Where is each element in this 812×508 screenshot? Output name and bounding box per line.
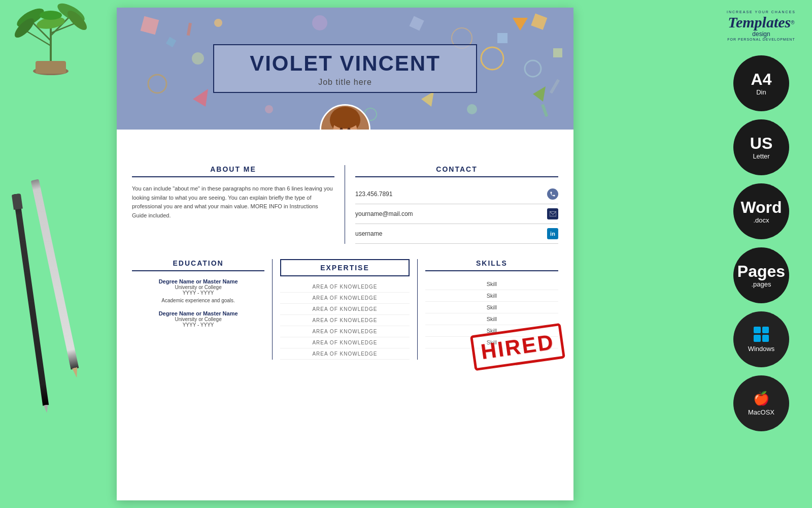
svg-rect-14 bbox=[531, 14, 547, 30]
expertise-item-4: AREA OF KNOWLEDGE bbox=[280, 315, 410, 326]
expertise-title: EXPERTISE bbox=[320, 264, 369, 272]
a4-label: A4 bbox=[751, 71, 772, 87]
svg-marker-18 bbox=[513, 18, 528, 30]
expertise-item-1: AREA OF KNOWLEDGE bbox=[280, 281, 410, 293]
word-sub: .docx bbox=[753, 216, 769, 224]
svg-marker-33 bbox=[421, 91, 434, 107]
skills-title: SKILLS bbox=[425, 259, 558, 271]
brand-design: design bbox=[727, 30, 796, 38]
format-badge-us[interactable]: US Letter bbox=[733, 119, 789, 175]
expertise-box: EXPERTISE bbox=[280, 259, 410, 276]
expertise-item-5: AREA OF KNOWLEDGE bbox=[280, 326, 410, 337]
bottom-section: EDUCATION Degree Name or Master Name Uni… bbox=[132, 259, 558, 360]
school-2: University or College bbox=[132, 316, 264, 322]
svg-rect-29 bbox=[550, 79, 560, 94]
svg-point-23 bbox=[148, 75, 166, 93]
expertise-section: EXPERTISE AREA OF KNOWLEDGE AREA OF KNOW… bbox=[273, 259, 418, 360]
job-title: Job title here bbox=[240, 78, 451, 87]
svg-point-28 bbox=[265, 105, 273, 113]
name-box: VIOLET VINCENT Job title here bbox=[213, 44, 477, 93]
degree-2: Degree Name or Master Name bbox=[132, 310, 264, 316]
resume-body: ABOUT ME You can include "about me" in t… bbox=[117, 130, 573, 370]
about-text: You can include "about me" in these para… bbox=[132, 184, 334, 220]
right-sidebar: INCREASE YOUR CHANCES Templates® design … bbox=[710, 0, 812, 508]
education-section: EDUCATION Degree Name or Master Name Uni… bbox=[132, 259, 273, 360]
brand-trademark: ® bbox=[791, 20, 794, 25]
svg-point-21 bbox=[481, 47, 503, 70]
linkedin-item: username in bbox=[355, 224, 558, 244]
svg-point-12 bbox=[40, 11, 62, 20]
brand-sub: FOR PERSONAL DEVELOPMENT bbox=[727, 38, 796, 41]
svg-rect-15 bbox=[497, 33, 507, 43]
about-section: ABOUT ME You can include "about me" in t… bbox=[132, 165, 345, 244]
skill-4: Skill bbox=[425, 313, 558, 325]
svg-rect-32 bbox=[409, 16, 424, 30]
about-title: ABOUT ME bbox=[132, 165, 334, 177]
expertise-item-7: AREA OF KNOWLEDGE bbox=[280, 348, 410, 360]
svg-point-34 bbox=[312, 15, 327, 30]
us-sub: Letter bbox=[753, 152, 769, 160]
resume-header: VIOLET VINCENT Job title here bbox=[117, 8, 573, 130]
svg-rect-13 bbox=[141, 16, 159, 35]
word-label: Word bbox=[740, 199, 782, 215]
mac-label: MacOSX bbox=[748, 408, 774, 416]
linkedin-username: username bbox=[355, 230, 382, 237]
linkedin-icon: in bbox=[547, 228, 558, 239]
skill-2: Skill bbox=[425, 290, 558, 302]
email-address: yourname@mail.com bbox=[355, 210, 413, 217]
windows-icon bbox=[754, 327, 769, 342]
format-badge-pages[interactable]: Pages .pages bbox=[733, 247, 789, 303]
phone-item: 123.456.7891 bbox=[355, 184, 558, 204]
windows-label: Windows bbox=[748, 345, 775, 353]
format-badge-windows[interactable]: Windows bbox=[733, 311, 789, 367]
svg-point-27 bbox=[467, 104, 477, 114]
about-contact-section: ABOUT ME You can include "about me" in t… bbox=[132, 165, 558, 244]
svg-marker-19 bbox=[193, 89, 208, 107]
format-badge-word[interactable]: Word .docx bbox=[733, 183, 789, 239]
svg-point-22 bbox=[525, 60, 541, 77]
skill-3: Skill bbox=[425, 302, 558, 313]
format-badge-mac[interactable]: 🍎 MacOSX bbox=[733, 375, 789, 431]
resume-document: VIOLET VINCENT Job title here bbox=[117, 8, 573, 500]
contact-section: CONTACT 123.456.7891 yourname@mail.com bbox=[345, 165, 558, 244]
education-entry-1: Degree Name or Master Name University or… bbox=[132, 278, 264, 303]
svg-marker-20 bbox=[533, 86, 546, 102]
linkedin-label: in bbox=[550, 231, 555, 237]
format-badge-a4[interactable]: A4 Din bbox=[733, 55, 789, 111]
left-decoration bbox=[0, 0, 112, 508]
pages-label: Pages bbox=[737, 263, 785, 279]
year-1: YYYY - YYYY bbox=[132, 290, 264, 296]
brand-name: Templates bbox=[728, 14, 791, 30]
email-icon bbox=[547, 208, 558, 219]
phone-icon bbox=[547, 188, 558, 200]
phone-number: 123.456.7891 bbox=[355, 190, 392, 198]
hired-text: HIRED bbox=[480, 330, 556, 364]
pages-sub: .pages bbox=[751, 280, 771, 288]
skill-1: Skill bbox=[425, 278, 558, 290]
expertise-item-2: AREA OF KNOWLEDGE bbox=[280, 293, 410, 304]
candidate-name: VIOLET VINCENT bbox=[240, 51, 451, 76]
apple-icon: 🍎 bbox=[753, 391, 769, 406]
degree-1: Degree Name or Master Name bbox=[132, 278, 264, 284]
svg-point-39 bbox=[331, 110, 359, 129]
education-entry-2: Degree Name or Master Name University or… bbox=[132, 310, 264, 328]
education-title: EDUCATION bbox=[132, 259, 264, 271]
svg-rect-16 bbox=[166, 37, 176, 47]
email-item: yourname@mail.com bbox=[355, 204, 558, 224]
expertise-list: AREA OF KNOWLEDGE AREA OF KNOWLEDGE AREA… bbox=[280, 281, 410, 360]
year-2: YYYY - YYYY bbox=[132, 322, 264, 328]
svg-rect-30 bbox=[541, 104, 548, 117]
expertise-item-6: AREA OF KNOWLEDGE bbox=[280, 337, 410, 348]
svg-rect-1 bbox=[36, 61, 66, 74]
a4-sub: Din bbox=[756, 88, 766, 96]
svg-rect-17 bbox=[553, 48, 562, 57]
svg-rect-31 bbox=[187, 23, 192, 36]
contact-title: CONTACT bbox=[355, 165, 558, 177]
expertise-item-3: AREA OF KNOWLEDGE bbox=[280, 304, 410, 315]
svg-point-24 bbox=[192, 52, 204, 65]
plant-icon bbox=[10, 0, 91, 76]
us-label: US bbox=[750, 135, 772, 151]
school-1: University or College bbox=[132, 284, 264, 290]
svg-point-26 bbox=[214, 19, 222, 27]
desc-1: Academic experience and goals. bbox=[132, 298, 264, 303]
